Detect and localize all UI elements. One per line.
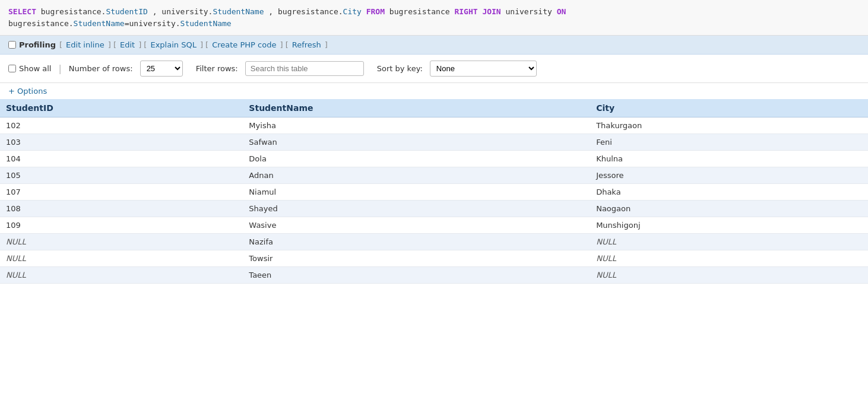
table-row: 102MyishaThakurgaon	[0, 117, 868, 134]
cell-city: NULL	[590, 250, 868, 267]
cell-city: NULL	[590, 267, 868, 284]
table-row: 103SafwanFeni	[0, 134, 868, 151]
cell-student-id: 104	[0, 151, 243, 167]
create-php-link[interactable]: Create PHP code	[212, 40, 276, 49]
cell-student-id: 108	[0, 201, 243, 217]
sort-by-key-select[interactable]: None	[430, 61, 537, 77]
results-table: StudentID StudentName City 102MyishaThak…	[0, 99, 868, 284]
show-all-text: Show all	[19, 64, 51, 73]
show-all-label[interactable]: Show all	[8, 64, 51, 73]
options-section: + Options	[0, 83, 868, 99]
table-row: 107NiamulDhaka	[0, 184, 868, 201]
table-row: 108ShayedNaogaon	[0, 201, 868, 217]
sql-keyword-select: SELECT	[8, 7, 36, 16]
profiling-label: Profiling	[19, 40, 56, 49]
column-header-student-name: StudentName	[243, 99, 590, 117]
column-header-city: City	[590, 99, 868, 117]
explain-sql-link[interactable]: Explain SQL	[150, 40, 196, 49]
table-header-row: StudentID StudentName City	[0, 99, 868, 117]
toolbar: Show all | Number of rows: 25 50 100 250…	[0, 55, 868, 83]
profiling-checkbox[interactable]	[8, 41, 16, 49]
cell-student-id: 105	[0, 167, 243, 184]
cell-city: Feni	[590, 134, 868, 151]
sort-by-key-label: Sort by key:	[377, 64, 423, 73]
number-of-rows-label: Number of rows:	[69, 64, 133, 73]
search-input[interactable]	[245, 61, 364, 76]
table-row: 105AdnanJessore	[0, 167, 868, 184]
cell-student-name: Wasive	[243, 217, 590, 234]
options-link[interactable]: + Options	[8, 87, 47, 96]
show-all-checkbox[interactable]	[8, 65, 16, 72]
table-row: 109WasiveMunshigonj	[0, 217, 868, 234]
table-row: NULLTowsirNULL	[0, 250, 868, 267]
cell-student-id: 109	[0, 217, 243, 234]
table-row: 104DolaKhulna	[0, 151, 868, 167]
table-row: NULLTaeenNULL	[0, 267, 868, 284]
cell-student-name: Niamul	[243, 184, 590, 201]
cell-city: NULL	[590, 234, 868, 250]
table-body: 102MyishaThakurgaon103SafwanFeni104DolaK…	[0, 117, 868, 284]
cell-student-id: 103	[0, 134, 243, 151]
cell-student-name: Shayed	[243, 201, 590, 217]
sql-query-area: SELECT bugresistance.StudentID , univers…	[0, 0, 868, 36]
cell-student-name: Nazifa	[243, 234, 590, 250]
cell-city: Khulna	[590, 151, 868, 167]
cell-student-id: 102	[0, 117, 243, 134]
cell-student-id: 107	[0, 184, 243, 201]
cell-city: Naogaon	[590, 201, 868, 217]
cell-student-name: Safwan	[243, 134, 590, 151]
cell-student-id: NULL	[0, 234, 243, 250]
profiling-bar: Profiling [ Edit inline ] [ Edit ] [ Exp…	[0, 36, 868, 55]
cell-city: Jessore	[590, 167, 868, 184]
cell-city: Munshigonj	[590, 217, 868, 234]
edit-link[interactable]: Edit	[120, 40, 135, 49]
rows-per-page-select[interactable]: 25 50 100 250	[140, 61, 183, 77]
column-header-student-id: StudentID	[0, 99, 243, 117]
cell-student-name: Adnan	[243, 167, 590, 184]
cell-student-name: Towsir	[243, 250, 590, 267]
filter-rows-label: Filter rows:	[196, 64, 238, 73]
cell-city: Thakurgaon	[590, 117, 868, 134]
cell-student-name: Dola	[243, 151, 590, 167]
edit-inline-link[interactable]: Edit inline	[66, 40, 104, 49]
cell-student-id: NULL	[0, 250, 243, 267]
table-row: NULLNazifaNULL	[0, 234, 868, 250]
cell-student-name: Taeen	[243, 267, 590, 284]
cell-city: Dhaka	[590, 184, 868, 201]
cell-student-id: NULL	[0, 267, 243, 284]
cell-student-name: Myisha	[243, 117, 590, 134]
profiling-checkbox-label[interactable]: Profiling	[8, 40, 56, 49]
refresh-link[interactable]: Refresh	[292, 40, 321, 49]
